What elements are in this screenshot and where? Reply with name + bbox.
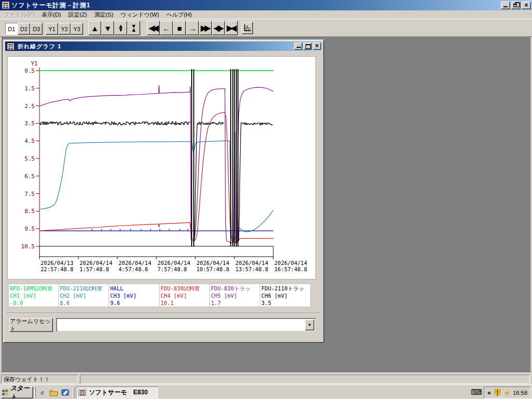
- channel-unit: CH6 [mV]: [261, 292, 309, 299]
- legend-cell-ch4: FDU-830試料室CH4 [mV]10.1: [159, 284, 210, 307]
- channel-unit: CH4 [mV]: [161, 292, 208, 299]
- minimize-button[interactable]: [501, 2, 510, 9]
- channel-name: RFD-10MS試料室: [10, 285, 57, 292]
- graph-window: 折れ線グラフ 1 × 0.51.52.53.54.55.56.57.58.59.…: [3, 39, 324, 343]
- graph-close-button[interactable]: ×: [313, 43, 321, 50]
- tray-chevron-icon[interactable]: «: [487, 389, 491, 396]
- restore-icon: [513, 4, 517, 7]
- y3-button[interactable]: Y3: [71, 23, 83, 35]
- menu-item-5[interactable]: ヘルプ(H): [163, 10, 195, 19]
- svg-text:2026/04/13: 2026/04/13: [41, 260, 73, 266]
- stop-button-icon: ■: [177, 24, 182, 33]
- d3-button[interactable]: D3: [30, 23, 43, 35]
- rewind-button[interactable]: ◀◀: [147, 21, 160, 35]
- security-shield-icon[interactable]: [494, 389, 501, 396]
- svg-text:1:57:48.8: 1:57:48.8: [79, 266, 109, 272]
- task-button-softthermo[interactable]: ソフトサーモ E830: [76, 387, 158, 398]
- svg-text:4:57:48.8: 4:57:48.8: [118, 266, 148, 272]
- menu-item-3[interactable]: 測定(S): [90, 10, 117, 19]
- step-right-button[interactable]: →: [186, 21, 199, 35]
- graph-client-area: 0.51.52.53.54.55.56.57.58.59.510.5Y12026…: [5, 51, 322, 340]
- y2-button-icon: Y2: [61, 26, 68, 32]
- chart-panel: 0.51.52.53.54.55.56.57.58.59.510.5Y12026…: [7, 56, 316, 280]
- svg-text:13:57:48.8: 13:57:48.8: [235, 266, 268, 272]
- menu-item-2[interactable]: 設定(Z): [64, 10, 90, 19]
- svg-text:16:57:48.8: 16:57:48.8: [274, 266, 307, 272]
- scroll-down-button-icon: ▼: [104, 24, 112, 33]
- graph-minimize-button[interactable]: [294, 43, 302, 50]
- d2-button[interactable]: D2: [18, 23, 30, 35]
- rewind-button-icon: ◀◀: [150, 23, 156, 33]
- legend-cell-ch3: HALLCH3 [mV]9.6: [109, 284, 159, 307]
- main-titlebar: ソフトサーモ計測－計測1 ×: [0, 0, 532, 10]
- status-bar: 保存ウェイト！！: [0, 372, 532, 384]
- close-button[interactable]: ×: [522, 2, 531, 9]
- stop-button[interactable]: ■: [173, 21, 186, 35]
- status-panel-secondary: [80, 375, 530, 384]
- menu-item-1[interactable]: 表示(D): [38, 10, 64, 19]
- svg-text:2.5: 2.5: [24, 103, 35, 110]
- channel-legend: RFD-10MS試料室CH1 [mV]-0.0FDU-2110試料室CH2 [m…: [8, 284, 311, 307]
- combobox-dropdown-button[interactable]: ▼: [305, 320, 314, 330]
- keyboard-icon[interactable]: ⌨: [471, 388, 482, 397]
- svg-text:6.5: 6.5: [24, 173, 35, 180]
- menu-item-0: ファイル(F): [0, 10, 38, 19]
- graph-maximize-button[interactable]: [303, 43, 312, 50]
- windows-logo-icon: [2, 389, 9, 396]
- expand-vertical-button[interactable]: ▲▼: [114, 21, 127, 35]
- star-icon[interactable]: ★: [504, 389, 511, 397]
- svg-text:3.5: 3.5: [24, 120, 35, 127]
- d1-button-icon: D1: [8, 26, 15, 32]
- start-button[interactable]: スタート: [1, 387, 33, 398]
- svg-text:2026/04/14: 2026/04/14: [157, 260, 190, 266]
- system-tray: « ★ 16:58: [484, 387, 531, 398]
- svg-text:22:57:48.8: 22:57:48.8: [41, 266, 73, 272]
- taskbar-clock: 16:58: [513, 390, 527, 396]
- svg-text:0.5: 0.5: [24, 68, 35, 74]
- svg-text:2026/04/14: 2026/04/14: [196, 260, 229, 266]
- step-right-button-icon: →: [189, 24, 196, 33]
- internet-explorer-icon[interactable]: e: [37, 388, 47, 397]
- y2-button[interactable]: Y2: [58, 23, 71, 35]
- folder-icon[interactable]: [49, 388, 59, 397]
- restore-button[interactable]: [511, 2, 521, 9]
- graph-button[interactable]: [242, 22, 253, 34]
- alarm-combobox-input[interactable]: [57, 319, 304, 331]
- channel-name: FDU-2110トラッ: [261, 285, 309, 292]
- forward-button[interactable]: ▶▶: [199, 21, 212, 35]
- show-desktop-icon[interactable]: [60, 388, 70, 397]
- scroll-up-button-icon: ▲: [91, 24, 99, 33]
- expand-horizontal-button[interactable]: ◀▶: [212, 21, 225, 35]
- menu-item-4[interactable]: ウィンドウ(W): [117, 10, 163, 19]
- y3-button-icon: Y3: [73, 26, 80, 32]
- y1-button[interactable]: Y1: [46, 23, 58, 35]
- svg-text:2026/04/14: 2026/04/14: [79, 260, 112, 266]
- window-title: ソフトサーモ計測－計測1: [11, 1, 90, 10]
- legend-cell-ch2: FDU-2110試料室CH2 [mV]8.6: [59, 284, 109, 307]
- graph-window-titlebar[interactable]: 折れ線グラフ 1 ×: [5, 42, 322, 51]
- compress-horizontal-button[interactable]: ▶◀: [225, 21, 238, 35]
- compress-vertical-button[interactable]: ▼▲: [127, 21, 140, 35]
- step-left-button[interactable]: ←: [160, 21, 173, 35]
- status-message: 保存ウェイト！！: [1, 375, 78, 384]
- scroll-down-button[interactable]: ▼: [101, 21, 114, 35]
- line-chart: 0.51.52.53.54.55.56.57.58.59.510.5Y12026…: [8, 57, 315, 279]
- scroll-up-button[interactable]: ▲: [88, 21, 101, 35]
- separator: [6, 313, 320, 314]
- channel-unit: CH3 [mV]: [110, 292, 158, 299]
- expand-horizontal-button-icon: ◀▶: [215, 23, 221, 33]
- app-icon: [2, 2, 9, 9]
- legend-cell-ch5: FDU-830トラッCH5 [mV]1.7: [210, 284, 260, 307]
- task-button-label: ソフトサーモ E830: [89, 388, 148, 397]
- channel-value: 9.6: [110, 299, 158, 307]
- step-left-button-icon: ←: [163, 24, 170, 33]
- start-label: スタート: [10, 384, 33, 399]
- d1-button[interactable]: D1: [5, 23, 18, 35]
- alarm-combobox[interactable]: ▼: [56, 318, 316, 332]
- taskbar-divider: [73, 387, 74, 398]
- chevron-down-icon: ▼: [308, 323, 312, 327]
- minimize-icon: [297, 47, 301, 48]
- svg-text:10:57:48.8: 10:57:48.8: [196, 266, 229, 272]
- close-icon: ×: [315, 42, 318, 49]
- alarm-reset-button[interactable]: アラームリセット: [9, 318, 53, 332]
